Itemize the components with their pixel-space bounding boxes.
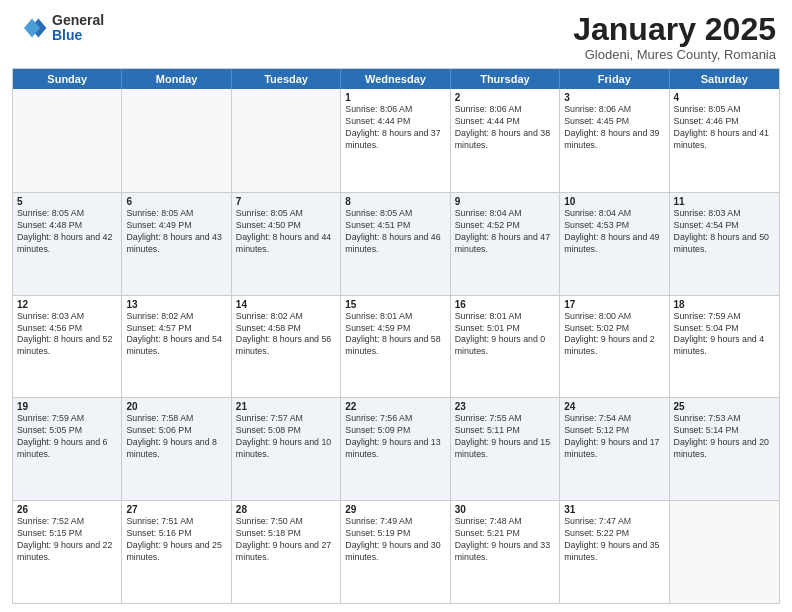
day-info: Sunrise: 7:52 AM Sunset: 5:15 PM Dayligh…: [17, 516, 117, 564]
day-info: Sunrise: 7:49 AM Sunset: 5:19 PM Dayligh…: [345, 516, 445, 564]
calendar-week: 1Sunrise: 8:06 AM Sunset: 4:44 PM Daylig…: [13, 89, 779, 192]
day-info: Sunrise: 7:50 AM Sunset: 5:18 PM Dayligh…: [236, 516, 336, 564]
day-number: 9: [455, 196, 555, 207]
calendar-cell: 4Sunrise: 8:05 AM Sunset: 4:46 PM Daylig…: [670, 89, 779, 192]
day-number: 22: [345, 401, 445, 412]
day-info: Sunrise: 7:51 AM Sunset: 5:16 PM Dayligh…: [126, 516, 226, 564]
day-number: 13: [126, 299, 226, 310]
day-info: Sunrise: 8:01 AM Sunset: 5:01 PM Dayligh…: [455, 311, 555, 359]
day-number: 5: [17, 196, 117, 207]
calendar-cell: 30Sunrise: 7:48 AM Sunset: 5:21 PM Dayli…: [451, 501, 560, 603]
day-number: 19: [17, 401, 117, 412]
day-number: 2: [455, 92, 555, 103]
day-info: Sunrise: 7:53 AM Sunset: 5:14 PM Dayligh…: [674, 413, 775, 461]
day-number: 3: [564, 92, 664, 103]
day-number: 11: [674, 196, 775, 207]
day-number: 21: [236, 401, 336, 412]
day-info: Sunrise: 8:00 AM Sunset: 5:02 PM Dayligh…: [564, 311, 664, 359]
calendar-cell: 24Sunrise: 7:54 AM Sunset: 5:12 PM Dayli…: [560, 398, 669, 500]
weekday-header: Monday: [122, 69, 231, 89]
day-info: Sunrise: 8:02 AM Sunset: 4:57 PM Dayligh…: [126, 311, 226, 359]
day-number: 14: [236, 299, 336, 310]
logo-text: General Blue: [52, 13, 104, 44]
day-number: 17: [564, 299, 664, 310]
day-number: 10: [564, 196, 664, 207]
calendar-cell: 13Sunrise: 8:02 AM Sunset: 4:57 PM Dayli…: [122, 296, 231, 398]
calendar-cell: [122, 89, 231, 192]
calendar-cell: 29Sunrise: 7:49 AM Sunset: 5:19 PM Dayli…: [341, 501, 450, 603]
calendar-week: 5Sunrise: 8:05 AM Sunset: 4:48 PM Daylig…: [13, 192, 779, 295]
day-number: 12: [17, 299, 117, 310]
day-info: Sunrise: 8:02 AM Sunset: 4:58 PM Dayligh…: [236, 311, 336, 359]
day-number: 15: [345, 299, 445, 310]
calendar-cell: 18Sunrise: 7:59 AM Sunset: 5:04 PM Dayli…: [670, 296, 779, 398]
calendar-cell: 27Sunrise: 7:51 AM Sunset: 5:16 PM Dayli…: [122, 501, 231, 603]
calendar-cell: 6Sunrise: 8:05 AM Sunset: 4:49 PM Daylig…: [122, 193, 231, 295]
calendar-cell: 19Sunrise: 7:59 AM Sunset: 5:05 PM Dayli…: [13, 398, 122, 500]
calendar-cell: [232, 89, 341, 192]
calendar-cell: 5Sunrise: 8:05 AM Sunset: 4:48 PM Daylig…: [13, 193, 122, 295]
calendar-cell: 8Sunrise: 8:05 AM Sunset: 4:51 PM Daylig…: [341, 193, 450, 295]
day-number: 1: [345, 92, 445, 103]
day-number: 31: [564, 504, 664, 515]
day-number: 29: [345, 504, 445, 515]
day-info: Sunrise: 8:06 AM Sunset: 4:44 PM Dayligh…: [345, 104, 445, 152]
calendar-cell: [13, 89, 122, 192]
day-number: 18: [674, 299, 775, 310]
logo: General Blue: [16, 12, 104, 44]
day-number: 6: [126, 196, 226, 207]
header: General Blue January 2025 Glodeni, Mures…: [0, 0, 792, 68]
calendar-cell: 17Sunrise: 8:00 AM Sunset: 5:02 PM Dayli…: [560, 296, 669, 398]
page: General Blue January 2025 Glodeni, Mures…: [0, 0, 792, 612]
weekday-header: Thursday: [451, 69, 560, 89]
calendar-cell: 16Sunrise: 8:01 AM Sunset: 5:01 PM Dayli…: [451, 296, 560, 398]
day-info: Sunrise: 7:56 AM Sunset: 5:09 PM Dayligh…: [345, 413, 445, 461]
calendar-cell: 14Sunrise: 8:02 AM Sunset: 4:58 PM Dayli…: [232, 296, 341, 398]
logo-general: General: [52, 13, 104, 28]
calendar: SundayMondayTuesdayWednesdayThursdayFrid…: [12, 68, 780, 604]
day-info: Sunrise: 8:05 AM Sunset: 4:51 PM Dayligh…: [345, 208, 445, 256]
day-info: Sunrise: 7:55 AM Sunset: 5:11 PM Dayligh…: [455, 413, 555, 461]
day-info: Sunrise: 8:06 AM Sunset: 4:45 PM Dayligh…: [564, 104, 664, 152]
day-number: 28: [236, 504, 336, 515]
calendar-week: 12Sunrise: 8:03 AM Sunset: 4:56 PM Dayli…: [13, 295, 779, 398]
day-number: 8: [345, 196, 445, 207]
day-info: Sunrise: 7:57 AM Sunset: 5:08 PM Dayligh…: [236, 413, 336, 461]
day-info: Sunrise: 7:58 AM Sunset: 5:06 PM Dayligh…: [126, 413, 226, 461]
calendar-cell: 28Sunrise: 7:50 AM Sunset: 5:18 PM Dayli…: [232, 501, 341, 603]
calendar-cell: 9Sunrise: 8:04 AM Sunset: 4:52 PM Daylig…: [451, 193, 560, 295]
calendar-cell: 12Sunrise: 8:03 AM Sunset: 4:56 PM Dayli…: [13, 296, 122, 398]
calendar-cell: 11Sunrise: 8:03 AM Sunset: 4:54 PM Dayli…: [670, 193, 779, 295]
calendar-header: SundayMondayTuesdayWednesdayThursdayFrid…: [13, 69, 779, 89]
weekday-header: Friday: [560, 69, 669, 89]
day-info: Sunrise: 8:05 AM Sunset: 4:48 PM Dayligh…: [17, 208, 117, 256]
calendar-week: 26Sunrise: 7:52 AM Sunset: 5:15 PM Dayli…: [13, 500, 779, 603]
day-number: 26: [17, 504, 117, 515]
calendar-cell: 15Sunrise: 8:01 AM Sunset: 4:59 PM Dayli…: [341, 296, 450, 398]
weekday-header: Wednesday: [341, 69, 450, 89]
day-number: 25: [674, 401, 775, 412]
day-info: Sunrise: 8:04 AM Sunset: 4:52 PM Dayligh…: [455, 208, 555, 256]
day-number: 4: [674, 92, 775, 103]
day-info: Sunrise: 7:59 AM Sunset: 5:04 PM Dayligh…: [674, 311, 775, 359]
weekday-header: Saturday: [670, 69, 779, 89]
day-number: 20: [126, 401, 226, 412]
day-info: Sunrise: 8:05 AM Sunset: 4:49 PM Dayligh…: [126, 208, 226, 256]
calendar-body: 1Sunrise: 8:06 AM Sunset: 4:44 PM Daylig…: [13, 89, 779, 603]
calendar-cell: 3Sunrise: 8:06 AM Sunset: 4:45 PM Daylig…: [560, 89, 669, 192]
day-number: 27: [126, 504, 226, 515]
weekday-header: Sunday: [13, 69, 122, 89]
calendar-cell: 7Sunrise: 8:05 AM Sunset: 4:50 PM Daylig…: [232, 193, 341, 295]
day-info: Sunrise: 8:04 AM Sunset: 4:53 PM Dayligh…: [564, 208, 664, 256]
day-number: 24: [564, 401, 664, 412]
calendar-cell: 23Sunrise: 7:55 AM Sunset: 5:11 PM Dayli…: [451, 398, 560, 500]
calendar-cell: 20Sunrise: 7:58 AM Sunset: 5:06 PM Dayli…: [122, 398, 231, 500]
day-info: Sunrise: 8:05 AM Sunset: 4:46 PM Dayligh…: [674, 104, 775, 152]
day-info: Sunrise: 8:01 AM Sunset: 4:59 PM Dayligh…: [345, 311, 445, 359]
month-title: January 2025: [573, 12, 776, 47]
day-info: Sunrise: 8:03 AM Sunset: 4:56 PM Dayligh…: [17, 311, 117, 359]
calendar-cell: 22Sunrise: 7:56 AM Sunset: 5:09 PM Dayli…: [341, 398, 450, 500]
day-info: Sunrise: 7:48 AM Sunset: 5:21 PM Dayligh…: [455, 516, 555, 564]
day-info: Sunrise: 8:05 AM Sunset: 4:50 PM Dayligh…: [236, 208, 336, 256]
day-info: Sunrise: 7:47 AM Sunset: 5:22 PM Dayligh…: [564, 516, 664, 564]
